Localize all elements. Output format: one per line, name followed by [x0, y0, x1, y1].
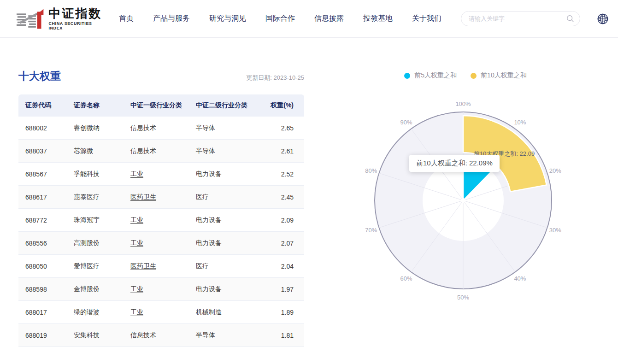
angle-axis-tick-label: 50%: [457, 294, 469, 301]
security-name: 金博股份: [67, 278, 124, 301]
table-row: 688567孚能科技工业电力设备2.52: [18, 163, 304, 186]
column-header: 权重(%): [258, 94, 304, 117]
angle-axis-tick-label: 30%: [549, 227, 561, 234]
angle-axis-tick-label: 40%: [514, 275, 526, 282]
nav-item[interactable]: 投教基地: [363, 14, 393, 23]
industry-link[interactable]: 工业: [130, 170, 143, 177]
weight-value: 2.52: [258, 163, 304, 186]
weight-value: 1.89: [258, 301, 304, 324]
angle-axis-tick-label: 100%: [455, 100, 471, 107]
industry-level2: 电力设备: [189, 163, 258, 186]
main-nav: 首页产品与服务研究与洞见国际合作信息披露投教基地关于我们: [119, 14, 461, 23]
security-code: 688556: [18, 232, 67, 255]
security-name: 高测股份: [67, 232, 124, 255]
chart-tooltip: 前10大权重之和: 22.09%: [409, 155, 500, 172]
table-row: 688017绿的谐波工业机械制造1.89: [18, 301, 304, 324]
industry-link[interactable]: 工业: [130, 216, 143, 223]
column-header: 中证一级行业分类: [124, 94, 189, 117]
language-globe-icon[interactable]: [597, 13, 609, 25]
industry-level1: 信息技术: [124, 324, 189, 347]
industry-link[interactable]: 医药卫生: [130, 193, 156, 200]
security-name: 爱博医疗: [67, 255, 124, 278]
security-name: 睿创微纳: [67, 117, 124, 140]
industry-level2: 医疗: [189, 186, 258, 209]
top-nav: 中证指数 CHINA SECURITIES INDEX 首页产品与服务研究与洞见…: [0, 0, 618, 38]
industry-level2: 电力设备: [189, 278, 258, 301]
weight-value: 2.65: [258, 117, 304, 140]
weights-chart-panel: 前5大权重之和前10大权重之和 100%10%20%30%40%50%60%70…: [323, 38, 608, 342]
weights-section: 十大权重 更新日期: 2023-10-25 证券代码证券名称中证一级行业分类中证…: [18, 69, 304, 347]
weight-value: 2.09: [258, 209, 304, 232]
angle-axis-tick-label: 90%: [400, 119, 412, 126]
weight-value: 2.04: [258, 255, 304, 278]
security-code: 688037: [18, 140, 67, 163]
industry-level1[interactable]: 工业: [124, 232, 189, 255]
security-code: 688598: [18, 278, 67, 301]
page-title: 十大权重: [18, 69, 61, 83]
search-icon[interactable]: [566, 15, 574, 23]
security-name: 珠海冠宇: [67, 209, 124, 232]
table-row: 688772珠海冠宇工业电力设备2.09: [18, 209, 304, 232]
angle-axis-tick-label: 10%: [514, 119, 526, 126]
angle-axis-tick-label: 60%: [400, 275, 412, 282]
table-row: 688556高测股份工业电力设备2.07: [18, 232, 304, 255]
polar-chart: 100%10%20%30%40%50%60%70%80%90%前10大权重之和:…: [323, 38, 608, 342]
industry-level2: 半导体: [189, 117, 258, 140]
industry-level1: 信息技术: [124, 140, 189, 163]
industry-level2: 电力设备: [189, 209, 258, 232]
column-header: 证券名称: [67, 94, 124, 117]
update-date: 更新日期: 2023-10-25: [246, 74, 304, 83]
nav-item[interactable]: 产品与服务: [153, 14, 190, 23]
nav-item[interactable]: 首页: [119, 14, 134, 23]
table-header-row: 证券代码证券名称中证一级行业分类中证二级行业分类权重(%): [18, 94, 304, 117]
industry-level1[interactable]: 工业: [124, 301, 189, 324]
search-box[interactable]: [461, 11, 580, 26]
column-header: 中证二级行业分类: [189, 94, 258, 117]
logo-name-cn: 中证指数: [48, 7, 106, 20]
search-input[interactable]: [469, 15, 566, 22]
table-row: 688617惠泰医疗医药卫生医疗2.45: [18, 186, 304, 209]
security-code: 688772: [18, 209, 67, 232]
nav-item[interactable]: 国际合作: [265, 14, 295, 23]
table-row: 688050爱博医疗医药卫生医疗2.04: [18, 255, 304, 278]
industry-link[interactable]: 医药卫生: [130, 262, 156, 270]
industry-level1[interactable]: 医药卫生: [124, 255, 189, 278]
industry-link[interactable]: 工业: [130, 239, 143, 247]
angle-axis-tick-label: 80%: [365, 167, 377, 174]
table-row: 688598金博股份工业电力设备1.97: [18, 278, 304, 301]
weight-value: 2.07: [258, 232, 304, 255]
table-row: 688037芯源微信息技术半导体2.61: [18, 140, 304, 163]
industry-level2: 半导体: [189, 140, 258, 163]
industry-level1[interactable]: 工业: [124, 209, 189, 232]
industry-level1[interactable]: 医药卫生: [124, 186, 189, 209]
table-row: 688019安集科技信息技术半导体1.81: [18, 324, 304, 347]
weights-table: 证券代码证券名称中证一级行业分类中证二级行业分类权重(%) 688002睿创微纳…: [18, 94, 304, 347]
industry-level1: 信息技术: [124, 117, 189, 140]
security-code: 688617: [18, 186, 67, 209]
nav-item[interactable]: 关于我们: [412, 14, 441, 23]
industry-link[interactable]: 工业: [130, 285, 143, 293]
industry-link[interactable]: 工业: [130, 308, 143, 316]
table-row: 688002睿创微纳信息技术半导体2.65: [18, 117, 304, 140]
logo[interactable]: 中证指数 CHINA SECURITIES INDEX: [16, 7, 106, 31]
industry-level1[interactable]: 工业: [124, 163, 189, 186]
security-name: 惠泰医疗: [67, 186, 124, 209]
weight-value: 2.61: [258, 140, 304, 163]
polar-center-dot: [461, 198, 465, 203]
table-body: 688002睿创微纳信息技术半导体2.65688037芯源微信息技术半导体2.6…: [18, 117, 304, 347]
industry-level2: 机械制造: [189, 301, 258, 324]
security-name: 绿的谐波: [67, 301, 124, 324]
security-name: 安集科技: [67, 324, 124, 347]
security-name: 孚能科技: [67, 163, 124, 186]
logo-mark-icon: [16, 8, 44, 30]
security-code: 688050: [18, 255, 67, 278]
nav-item[interactable]: 研究与洞见: [209, 14, 246, 23]
security-name: 芯源微: [67, 140, 124, 163]
industry-level2: 电力设备: [189, 232, 258, 255]
industry-level1[interactable]: 工业: [124, 278, 189, 301]
column-header: 证券代码: [18, 94, 67, 117]
logo-text: 中证指数 CHINA SECURITIES INDEX: [48, 7, 106, 31]
angle-axis-tick-label: 70%: [365, 227, 377, 234]
angle-axis-tick-label: 20%: [549, 167, 561, 174]
nav-item[interactable]: 信息披露: [314, 14, 344, 23]
